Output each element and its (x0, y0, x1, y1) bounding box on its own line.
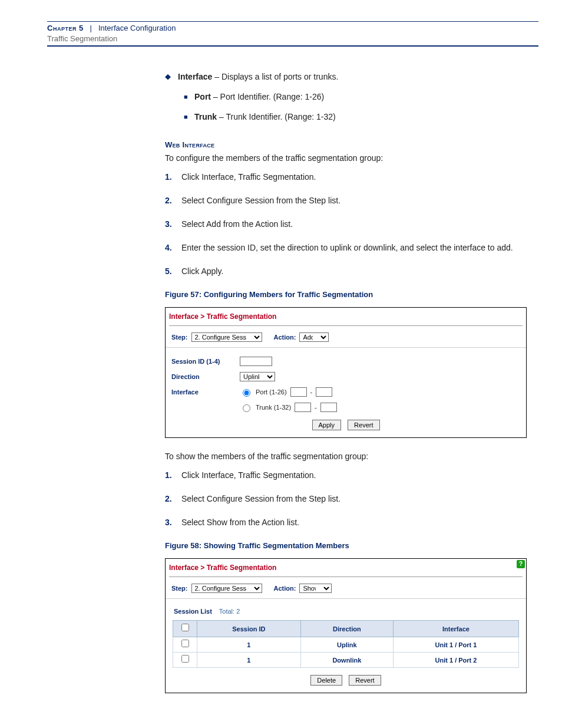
step-label: Step: (171, 331, 188, 344)
step-number: 4. (165, 241, 181, 254)
port-second-input[interactable] (316, 387, 332, 397)
step-text: Select Configure Session from the Step l… (181, 194, 340, 207)
help-icon[interactable]: ? (517, 560, 525, 568)
step-select[interactable]: 2. Configure Session (191, 332, 262, 342)
step-label: Step: (171, 582, 188, 595)
table-row: 1 Downlink Unit 1 / Port 2 (173, 653, 519, 668)
cell-interface: Unit 1 / Port 2 (393, 653, 518, 668)
chapter-label: Chapter 5 (47, 24, 84, 32)
step-text: Click Interface, Traffic Segmentation. (181, 469, 316, 482)
cell-interface: Unit 1 / Port 1 (393, 637, 518, 653)
session-list-total: Total: 2 (219, 608, 240, 615)
step-number: 3. (165, 218, 181, 230)
session-id-input[interactable] (240, 357, 272, 366)
session-id-label: Session ID (1-4) (171, 355, 236, 368)
interface-label: Interface (171, 386, 236, 398)
trunk-sep: - (315, 401, 317, 414)
step-text: Click Interface, Traffic Segmentation. (181, 170, 316, 183)
interface-trunk-radio[interactable] (243, 404, 250, 412)
cell-direction: Uplink (300, 637, 393, 653)
bullet-text: – Port Identifier. (Range: 1-26) (211, 92, 324, 101)
step-number: 2. (165, 194, 181, 207)
bullet-bold: Trunk (194, 112, 217, 121)
bullet-trunk: ■ Trunk – Trunk Identifier. (Range: 1-32… (184, 110, 527, 123)
pipe: | (90, 24, 92, 32)
col-session-id: Session ID (197, 621, 301, 637)
action-label: Action: (274, 331, 296, 344)
action-select[interactable]: Add (299, 332, 329, 342)
action-label: Action: (274, 582, 296, 595)
bullet-bold: Interface (178, 72, 212, 81)
direction-select[interactable]: Uplink (240, 372, 275, 381)
step-number: 1. (165, 469, 181, 482)
direction-label: Direction (171, 370, 236, 383)
step-number: 1. (165, 170, 181, 183)
webif-lead: To configure the members of the traffic … (165, 151, 527, 164)
step-text: Click Apply. (181, 265, 223, 278)
step-text: Enter the session ID, set the direction … (181, 241, 513, 254)
header-section: Traffic Segmentation (47, 34, 538, 44)
cell-session-id: 1 (197, 637, 301, 653)
trunk-option-label: Trunk (1-32) (256, 401, 291, 414)
session-list-label: Session List (174, 608, 212, 615)
show-steps: 1.Click Interface, Traffic Segmentation.… (165, 469, 527, 529)
select-all-checkbox[interactable] (181, 624, 189, 631)
square-bullet-icon: ■ (184, 110, 194, 123)
page-header: Chapter 5 | Interface Configuration Traf… (47, 21, 538, 47)
figure-58-panel: ? Interface > Traffic Segmentation Step:… (165, 558, 527, 693)
square-bullet-icon: ■ (184, 90, 194, 103)
bullet-interface: ◆ Interface – Displays a list of ports o… (165, 70, 527, 83)
show-lead: To show the members of the traffic segme… (165, 450, 527, 463)
bullet-bold: Port (194, 92, 211, 101)
figure-57-panel: Interface > Traffic Segmentation Step: 2… (165, 307, 527, 438)
row-checkbox[interactable] (181, 655, 189, 663)
chapter-title: Interface Configuration (98, 24, 176, 32)
step-number: 3. (165, 516, 181, 529)
cell-session-id: 1 (197, 653, 301, 668)
bullet-text: – Displays a list of ports or trunks. (212, 72, 338, 81)
session-table: Session ID Direction Interface 1 Uplink … (173, 620, 519, 668)
revert-button[interactable]: Revert (348, 420, 379, 430)
port-first-input[interactable] (290, 387, 307, 397)
port-option-label: Port (1-26) (256, 386, 287, 398)
table-header: Session ID Direction Interface (173, 621, 519, 637)
interface-port-radio[interactable] (243, 389, 250, 397)
row-checkbox[interactable] (181, 640, 189, 647)
configure-steps: 1.Click Interface, Traffic Segmentation.… (165, 170, 527, 278)
step-number: 5. (165, 265, 181, 278)
breadcrumb: Interface > Traffic Segmentation (166, 308, 526, 325)
trunk-second-input[interactable] (320, 403, 337, 412)
col-interface: Interface (393, 621, 518, 637)
bullet-text: – Trunk Identifier. (Range: 1-32) (217, 112, 336, 121)
table-row: 1 Uplink Unit 1 / Port 1 (173, 637, 519, 653)
figure-57-caption: Figure 57: Configuring Members for Traff… (165, 288, 527, 301)
step-select[interactable]: 2. Configure Session (191, 584, 262, 593)
trunk-first-input[interactable] (295, 403, 311, 412)
apply-button[interactable]: Apply (312, 420, 342, 430)
revert-button[interactable]: Revert (349, 675, 381, 686)
col-direction: Direction (300, 621, 393, 637)
step-text: Select Show from the Action list. (181, 516, 299, 529)
port-sep: - (310, 386, 313, 398)
action-select[interactable]: Show (299, 584, 332, 593)
figure-58-caption: Figure 58: Showing Traffic Segmentation … (165, 539, 527, 552)
bullet-port: ■ Port – Port Identifier. (Range: 1-26) (184, 90, 527, 103)
cell-direction: Downlink (300, 653, 393, 668)
step-number: 2. (165, 492, 181, 505)
breadcrumb: Interface > Traffic Segmentation (166, 559, 526, 577)
diamond-bullet-icon: ◆ (165, 70, 178, 83)
step-text: Select Configure Session from the Step l… (181, 492, 340, 505)
step-text: Select Add from the Action list. (181, 218, 293, 230)
delete-button[interactable]: Delete (310, 675, 342, 686)
web-interface-heading: Web Interface (165, 139, 527, 151)
